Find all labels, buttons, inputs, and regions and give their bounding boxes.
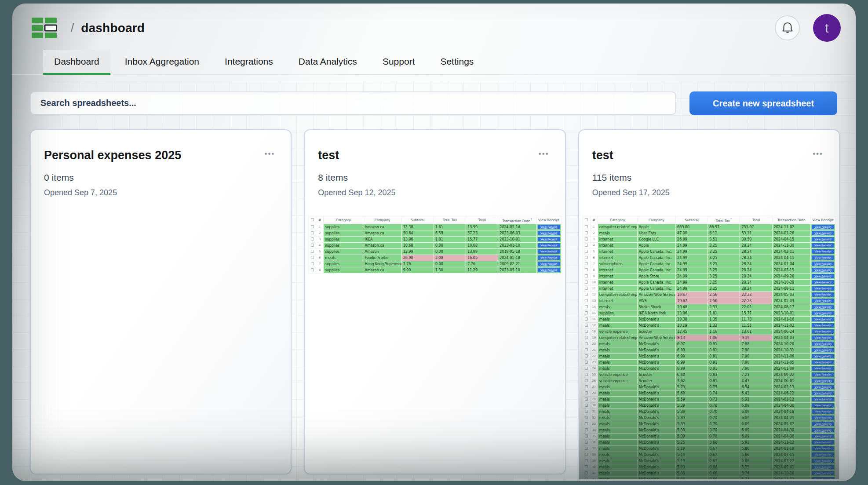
view-receipt-button[interactable]: View Receipt (812, 422, 834, 426)
view-receipt-button[interactable]: View Receipt (812, 379, 834, 383)
tab-inbox-aggregation[interactable]: Inbox Aggregation (114, 50, 210, 74)
row-checkbox[interactable] (585, 379, 588, 382)
view-receipt-button[interactable]: View Receipt (812, 348, 834, 352)
view-receipt-button[interactable]: View Receipt (812, 292, 834, 297)
search-input[interactable] (30, 91, 676, 115)
view-receipt-button[interactable]: View Receipt (812, 268, 834, 272)
tab-support[interactable]: Support (372, 50, 426, 74)
view-receipt-button[interactable]: View Receipt (812, 471, 834, 475)
view-receipt-button[interactable]: View Receipt (812, 342, 834, 346)
view-receipt-button[interactable]: View Receipt (812, 440, 834, 445)
view-receipt-button[interactable]: View Receipt (812, 317, 834, 321)
view-receipt-button[interactable]: View Receipt (812, 311, 834, 315)
view-receipt-button[interactable]: View Receipt (812, 225, 834, 229)
row-checkbox[interactable] (585, 416, 588, 419)
row-checkbox[interactable] (585, 453, 588, 456)
row-checkbox[interactable] (585, 287, 588, 290)
view-receipt-button[interactable]: View Receipt (812, 255, 834, 260)
view-receipt-button[interactable]: View Receipt (812, 391, 834, 395)
row-checkbox[interactable] (585, 471, 588, 474)
row-checkbox[interactable] (311, 250, 314, 253)
view-receipt-button[interactable]: View Receipt (812, 465, 834, 469)
user-avatar[interactable]: t (813, 14, 841, 42)
view-receipt-button[interactable]: View Receipt (812, 403, 834, 408)
view-receipt-button[interactable]: View Receipt (538, 225, 560, 229)
row-checkbox[interactable] (585, 428, 588, 431)
row-checkbox[interactable] (585, 478, 588, 480)
row-checkbox[interactable] (585, 299, 588, 302)
row-checkbox[interactable] (585, 231, 588, 234)
row-checkbox[interactable] (585, 348, 588, 351)
row-checkbox[interactable] (585, 237, 588, 241)
tab-dashboard[interactable]: Dashboard (43, 50, 110, 74)
row-checkbox[interactable] (585, 397, 588, 401)
view-receipt-button[interactable]: View Receipt (812, 305, 834, 309)
row-checkbox[interactable] (585, 330, 588, 333)
row-checkbox[interactable] (585, 336, 588, 339)
view-receipt-button[interactable]: View Receipt (812, 237, 834, 241)
row-checkbox[interactable] (585, 434, 588, 438)
row-checkbox[interactable] (311, 256, 314, 259)
row-checkbox[interactable] (585, 391, 588, 394)
row-checkbox[interactable] (585, 225, 588, 228)
row-checkbox[interactable] (585, 324, 588, 327)
view-receipt-button[interactable]: View Receipt (812, 434, 834, 438)
view-receipt-button[interactable]: View Receipt (812, 397, 834, 401)
spreadsheet-card[interactable]: test ••• 8 items Opened Sep 12, 2025 #Ca… (304, 129, 565, 474)
view-receipt-button[interactable]: View Receipt (538, 237, 560, 241)
view-receipt-button[interactable]: View Receipt (812, 262, 834, 266)
view-receipt-button[interactable]: View Receipt (812, 299, 834, 303)
row-checkbox[interactable] (585, 447, 588, 450)
view-receipt-button[interactable]: View Receipt (812, 372, 834, 377)
tab-integrations[interactable]: Integrations (214, 50, 284, 74)
row-checkbox[interactable] (585, 422, 588, 425)
view-receipt-button[interactable]: View Receipt (812, 243, 834, 248)
tab-data-analytics[interactable]: Data Analytics (288, 50, 368, 74)
view-receipt-button[interactable]: View Receipt (538, 255, 560, 260)
row-checkbox[interactable] (585, 441, 588, 444)
view-receipt-button[interactable]: View Receipt (812, 249, 834, 254)
row-checkbox[interactable] (585, 311, 588, 314)
row-checkbox[interactable] (311, 268, 314, 271)
view-receipt-button[interactable]: View Receipt (812, 366, 834, 371)
row-checkbox[interactable] (585, 354, 588, 357)
card-menu-button[interactable]: ••• (810, 143, 826, 164)
row-checkbox[interactable] (585, 410, 588, 413)
view-receipt-button[interactable]: View Receipt (538, 243, 560, 248)
view-receipt-button[interactable]: View Receipt (538, 268, 560, 272)
view-receipt-button[interactable]: View Receipt (538, 231, 560, 235)
view-receipt-button[interactable]: View Receipt (538, 262, 560, 266)
row-checkbox[interactable] (311, 231, 314, 234)
row-checkbox[interactable] (585, 367, 588, 370)
spreadsheet-card[interactable]: test ••• 115 items Opened Sep 17, 2025 #… (578, 129, 840, 479)
create-spreadsheet-button[interactable]: Create new spreadsheet (689, 91, 837, 115)
view-receipt-button[interactable]: View Receipt (812, 452, 834, 457)
row-checkbox[interactable] (585, 256, 588, 259)
view-receipt-button[interactable]: View Receipt (812, 416, 834, 420)
row-checkbox[interactable] (585, 274, 588, 277)
row-checkbox[interactable] (585, 465, 588, 468)
row-checkbox[interactable] (585, 293, 588, 296)
row-checkbox[interactable] (585, 317, 588, 321)
app-logo-link[interactable] (32, 18, 57, 38)
view-receipt-button[interactable]: View Receipt (538, 249, 560, 254)
row-checkbox[interactable] (585, 281, 588, 284)
notifications-button[interactable] (775, 15, 800, 40)
row-checkbox[interactable] (585, 305, 588, 308)
row-checkbox[interactable] (585, 404, 588, 407)
row-checkbox[interactable] (585, 373, 588, 376)
row-checkbox[interactable] (585, 342, 588, 345)
row-checkbox[interactable] (585, 361, 588, 364)
view-receipt-button[interactable]: View Receipt (812, 335, 834, 340)
view-receipt-button[interactable]: View Receipt (812, 280, 834, 284)
card-menu-button[interactable]: ••• (262, 143, 277, 164)
view-receipt-button[interactable]: View Receipt (812, 286, 834, 291)
row-checkbox[interactable] (311, 262, 314, 265)
view-receipt-button[interactable]: View Receipt (812, 459, 834, 463)
view-receipt-button[interactable]: View Receipt (812, 446, 834, 451)
row-checkbox[interactable] (311, 244, 314, 247)
view-receipt-button[interactable]: View Receipt (812, 477, 834, 479)
view-receipt-button[interactable]: View Receipt (812, 329, 834, 334)
view-receipt-button[interactable]: View Receipt (812, 409, 834, 414)
row-checkbox[interactable] (585, 262, 588, 265)
